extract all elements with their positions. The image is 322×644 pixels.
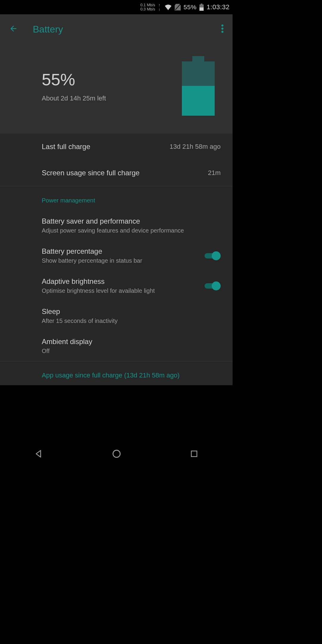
svg-point-7 xyxy=(113,450,120,457)
settings-list: Last full charge 13d 21h 58m ago Screen … xyxy=(0,134,233,385)
setting-adaptive-brightness[interactable]: Adaptive brightness Optimise brightness … xyxy=(0,271,233,301)
wifi-icon xyxy=(165,4,172,10)
svg-rect-8 xyxy=(191,451,197,457)
nav-home-icon[interactable] xyxy=(112,449,121,459)
setting-title: Battery saver and performance xyxy=(42,217,221,225)
setting-subtitle: Off xyxy=(42,348,221,354)
toggle-battery-percentage[interactable] xyxy=(205,251,221,260)
stat-last-full-charge[interactable]: Last full charge 13d 21h 58m ago xyxy=(0,134,233,160)
setting-ambient-display[interactable]: Ambient display Off xyxy=(0,331,233,361)
net-up-text: 0.1 Mb/s xyxy=(140,3,155,7)
setting-subtitle: Adjust power saving features and device … xyxy=(42,227,221,234)
page-title: Battery xyxy=(33,24,63,35)
svg-point-6 xyxy=(222,31,224,33)
setting-title: Adaptive brightness xyxy=(42,277,205,286)
stat-screen-usage[interactable]: Screen usage since full charge 21m xyxy=(0,160,233,186)
setting-subtitle: Show battery percentage in status bar xyxy=(42,257,205,264)
network-speed: 0.1 Mb/s 0.3 Mb/s xyxy=(140,3,155,11)
setting-title: Sleep xyxy=(42,307,221,316)
hero-estimate: About 2d 14h 25m left xyxy=(42,95,106,102)
toggle-adaptive-brightness[interactable] xyxy=(205,281,221,290)
setting-battery-percentage[interactable]: Battery percentage Show battery percenta… xyxy=(0,241,233,271)
section-app-usage[interactable]: App usage since full charge (13d 21h 58m… xyxy=(0,361,233,385)
status-clock: 1:03:32 xyxy=(207,3,230,11)
battery-hero[interactable]: 55% About 2d 14h 25m left xyxy=(0,44,233,134)
status-bar: 0.1 Mb/s 0.3 Mb/s ↑↓ 55% 1:03:32 xyxy=(0,0,233,14)
svg-point-5 xyxy=(222,28,224,30)
battery-graphic-icon xyxy=(182,56,215,116)
navigation-bar xyxy=(0,442,233,465)
hero-battery-pct: 55% xyxy=(42,70,106,89)
stat-label: Last full charge xyxy=(42,143,90,151)
battery-icon xyxy=(199,4,204,11)
setting-subtitle: After 15 seconds of inactivity xyxy=(42,318,221,324)
back-icon[interactable] xyxy=(6,21,21,37)
setting-title: Battery percentage xyxy=(42,247,205,256)
setting-title: Ambient display xyxy=(42,338,221,346)
net-down-text: 0.3 Mb/s xyxy=(140,7,155,11)
overflow-menu-icon[interactable] xyxy=(218,21,227,37)
stat-value: 21m xyxy=(208,169,221,177)
setting-sleep[interactable]: Sleep After 15 seconds of inactivity xyxy=(0,301,233,331)
svg-rect-1 xyxy=(201,4,202,4)
setting-subtitle: Optimise brightness level for available … xyxy=(42,287,205,294)
app-bar: Battery xyxy=(0,14,233,44)
nav-recent-icon[interactable] xyxy=(190,450,198,458)
no-sim-icon xyxy=(175,4,181,10)
net-arrows-icon: ↑↓ xyxy=(159,3,160,11)
svg-point-4 xyxy=(222,24,224,27)
stat-label: Screen usage since full charge xyxy=(42,169,140,177)
svg-rect-3 xyxy=(199,7,204,11)
section-power-management: Power management xyxy=(0,186,233,210)
nav-back-icon[interactable] xyxy=(34,449,43,458)
stat-value: 13d 21h 58m ago xyxy=(170,143,221,151)
status-battery-pct: 55% xyxy=(184,4,197,11)
setting-battery-saver[interactable]: Battery saver and performance Adjust pow… xyxy=(0,210,233,241)
